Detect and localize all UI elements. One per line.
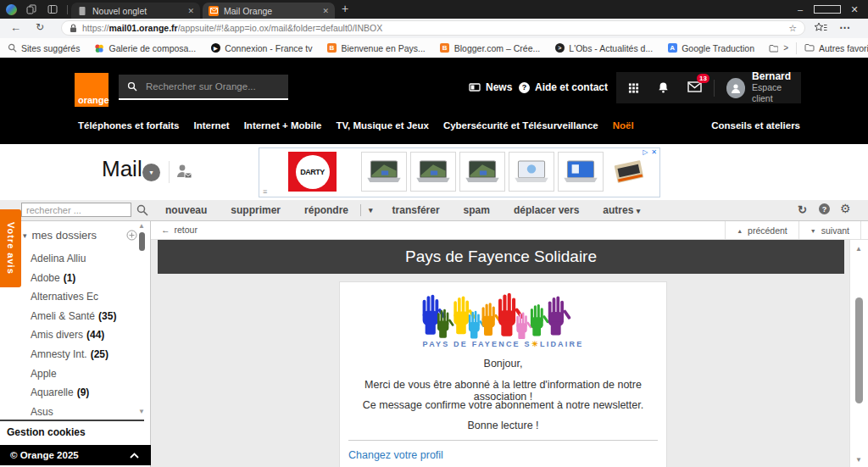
reload-icon[interactable]: ↻: [36, 21, 44, 33]
feedback-tab[interactable]: Votre avis: [0, 209, 21, 287]
nav-tv-musique[interactable]: TV, Musique et Jeux: [336, 120, 429, 131]
folder-item[interactable]: Apple: [31, 364, 116, 384]
autres-button[interactable]: autres ▾: [591, 204, 652, 216]
ad-product-box[interactable]: [607, 152, 653, 192]
tab-mail-orange[interactable]: Mail Orange ✕: [203, 3, 335, 19]
folder-item[interactable]: Adelina Alliu: [31, 249, 116, 269]
favorite-star-icon[interactable]: ☆: [788, 23, 797, 34]
nouveau-button[interactable]: nouveau: [153, 204, 219, 216]
collapse-caret-icon[interactable]: ▾: [23, 231, 27, 240]
close-window-button[interactable]: ✕: [841, 0, 868, 19]
apps-grid-icon[interactable]: [628, 82, 639, 94]
tab-close-icon[interactable]: ✕: [322, 7, 329, 15]
ad-product-laptop[interactable]: [459, 152, 505, 192]
cookies-link[interactable]: Gestion cookies: [7, 426, 86, 438]
spam-button[interactable]: spam: [452, 204, 502, 216]
scroll-down-icon[interactable]: ▼: [855, 456, 862, 464]
transferer-button[interactable]: transférer: [381, 204, 452, 216]
overflow-chevron-icon[interactable]: >: [783, 43, 788, 53]
copyright-bar[interactable]: © Orange 2025: [0, 445, 151, 465]
search-icon: [127, 81, 137, 92]
add-folder-icon[interactable]: [126, 230, 137, 241]
other-favorites[interactable]: Autres favoris: [819, 43, 868, 53]
folder-item[interactable]: Aquarelle(9): [31, 383, 116, 403]
feedback-label: Votre avis: [6, 222, 16, 275]
bookmark-sites-suggeres[interactable]: Sites suggérés: [7, 43, 80, 53]
folder-item[interactable]: Alternatives Ec: [31, 287, 116, 307]
change-profile-link[interactable]: Changez votre profil: [348, 449, 443, 461]
search-icon[interactable]: [136, 204, 148, 216]
nav-conseils[interactable]: Conseils et ateliers: [711, 120, 800, 131]
folders-header[interactable]: ▾ mes dossiers: [23, 229, 97, 242]
help-contact-link[interactable]: ? Aide et contact: [519, 81, 608, 93]
mail-search-input[interactable]: [21, 203, 131, 217]
bookmark-francetv[interactable]: ▶ Connexion - France tv: [210, 43, 312, 53]
bookmark-blogger[interactable]: B Blogger.com – Crée...: [440, 43, 541, 53]
help-label: Aide et contact: [535, 81, 608, 93]
nav-noel[interactable]: Noël: [613, 120, 634, 131]
nav-internet[interactable]: Internet: [194, 120, 230, 131]
collapse-up-icon[interactable]: [130, 453, 139, 459]
minimize-button[interactable]: –: [787, 0, 814, 19]
back-icon[interactable]: ←: [10, 21, 21, 34]
folder-item[interactable]: Ameli & Santé(35): [31, 307, 116, 326]
refresh-icon[interactable]: ↻: [798, 203, 807, 216]
folder-item[interactable]: Amis divers(44): [31, 325, 116, 345]
favorites-bar-icon[interactable]: [814, 21, 827, 36]
scroll-up-icon[interactable]: ▲: [855, 245, 862, 253]
back-button[interactable]: ← retour: [161, 225, 198, 235]
workspaces-icon[interactable]: [25, 3, 37, 15]
user-info[interactable]: Bernard Espace client: [752, 71, 801, 104]
previous-button[interactable]: ▲ précédent: [725, 221, 798, 240]
scrollbar-thumb[interactable]: [855, 297, 863, 403]
bookmark-lobs[interactable]: > L'Obs - Actualités d...: [554, 43, 653, 53]
maximize-button[interactable]: [814, 0, 841, 19]
ad-banner[interactable]: DARTY ▷ ✕ ≡: [259, 147, 660, 197]
sidebar-scroll-down-icon[interactable]: ▼: [138, 408, 145, 415]
settings-gear-icon[interactable]: ⚙: [840, 202, 851, 215]
orange-search[interactable]: [119, 75, 288, 100]
sidebar-scrollbar-thumb[interactable]: [139, 232, 145, 251]
browser-menu-icon[interactable]: ⋯: [839, 21, 850, 34]
nav-cybersecurite[interactable]: Cybersécurité et Télésurveillance: [443, 120, 598, 131]
avatar[interactable]: [726, 78, 745, 98]
folders-header-label: mes dossiers: [32, 229, 97, 242]
ad-menu-icon[interactable]: ≡: [263, 187, 267, 196]
folder-item[interactable]: Amnesty Int.(25): [31, 345, 116, 364]
url-field[interactable]: https://mail01.orange.fr/appsuite/#!&app…: [61, 20, 805, 36]
ad-close-icon[interactable]: ✕: [651, 148, 657, 156]
orange-search-input[interactable]: [144, 81, 283, 92]
adchoices-icon[interactable]: ▷: [643, 148, 648, 156]
orange-logo[interactable]: orange: [75, 73, 108, 107]
nav-internet-mobile[interactable]: Internet + Mobile: [244, 120, 322, 131]
ad-product-laptop[interactable]: [410, 152, 456, 192]
bookmark-bienvenue[interactable]: B Bienvenue en Pays...: [327, 43, 426, 53]
tab-close-icon[interactable]: ✕: [187, 7, 194, 15]
repondre-dropdown-icon[interactable]: ▾: [361, 206, 381, 214]
contacts-icon[interactable]: [175, 163, 192, 180]
news-link[interactable]: News: [469, 81, 512, 93]
mail-notification[interactable]: 13: [687, 81, 702, 96]
bookmark-google-traduction[interactable]: A Google Traduction: [667, 43, 754, 53]
next-button[interactable]: ▼ suivant: [798, 221, 861, 240]
folder-item[interactable]: Adobe(1): [31, 269, 116, 288]
new-tab-button[interactable]: +: [342, 2, 348, 15]
ad-product-laptop[interactable]: [509, 152, 554, 192]
mail-dropdown-button[interactable]: ▾: [142, 164, 160, 181]
vertical-tabs-icon[interactable]: [47, 3, 58, 15]
tab-nouvel-onglet[interactable]: Nouvel onglet ✕: [71, 3, 200, 19]
repondre-button[interactable]: répondre: [292, 204, 360, 216]
deplacer-vers-button[interactable]: déplacer vers: [502, 204, 591, 216]
help-icon[interactable]: ?: [819, 203, 830, 214]
ad-product-laptop[interactable]: [361, 152, 407, 192]
ad-choices: ▷ ✕: [643, 148, 657, 156]
supprimer-button[interactable]: supprimer: [219, 204, 292, 216]
bell-icon[interactable]: [658, 81, 669, 94]
bookmark-galerie[interactable]: Galerie de composa...: [94, 43, 196, 53]
folder-list: Adelina Alliu Adobe(1) Alternatives Ec A…: [31, 249, 116, 421]
ad-product-laptop[interactable]: [558, 152, 604, 192]
nav-telephones[interactable]: Téléphones et forfaits: [78, 120, 180, 131]
sidebar-scroll-up-icon[interactable]: ▲: [138, 222, 145, 230]
browser-profile-icon[interactable]: [5, 3, 17, 15]
folder-item[interactable]: Asus: [31, 403, 116, 422]
